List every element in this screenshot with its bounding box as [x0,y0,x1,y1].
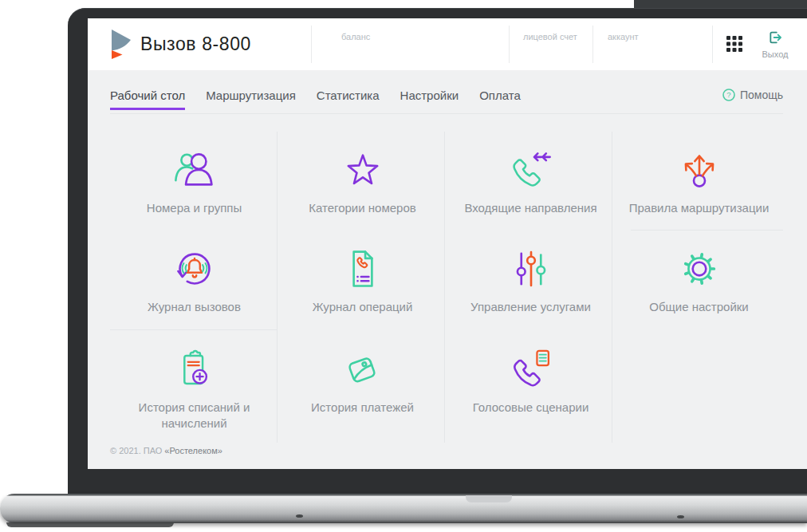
operations-log-icon [341,246,385,291]
header-divider [592,26,593,63]
personal-account-label: лицевой счет [523,32,577,41]
tab-desktop[interactable]: Рабочий стол [110,89,185,110]
users-icon [172,148,217,192]
laptop-base-screw [296,514,303,518]
copyright: © 2021. ПАО «Ростелеком» [110,446,222,455]
laptop-base-foot [6,522,174,527]
account-label: аккаунт [608,32,639,41]
tile-number-categories[interactable]: Категории номеров [278,132,447,231]
app-header: Вызов 8-800 баланс лицевой счет аккаунт [88,18,807,70]
grid-divider [277,132,278,443]
call-log-icon [172,246,217,291]
tile-incoming-directions[interactable]: Входящие направления [447,132,615,231]
grid-divider [110,329,277,330]
logout-button[interactable]: Выход [754,30,796,59]
help-label: Помощь [740,89,783,101]
voice-scenarios-icon [509,347,553,392]
copyright-prefix: © 2021. ПАО [110,446,164,455]
dashboard-grid: Номера и группы Категории номеров [110,132,783,443]
rostelecom-logo [110,29,132,59]
tile-operations-log[interactable]: Журнал операций [278,231,447,331]
grid-divider [612,132,612,443]
help-button[interactable]: ? Помощь [722,89,783,101]
header-divider [712,26,713,63]
tile-service-management[interactable]: Управление услугами [447,231,615,331]
svg-text:?: ? [726,90,730,99]
tab-payment[interactable]: Оплата [479,89,521,110]
laptop-mockup: Вызов 8-800 баланс лицевой счет аккаунт [0,0,807,532]
sliders-icon [509,246,553,291]
laptop-screen: Вызов 8-800 баланс лицевой счет аккаунт [88,18,807,469]
logout-icon [768,30,782,45]
tile-routing-rules[interactable]: Правила маршрутизации [615,132,783,231]
apps-grid-icon[interactable] [726,35,743,53]
copyright-company: «Ростелеком» [164,446,222,455]
gear-icon [677,246,722,291]
logout-label: Выход [754,49,796,59]
tile-charges-history[interactable]: История списаний и начислений [110,331,278,443]
star-icon [341,148,385,192]
laptop-base-screw [677,515,684,518]
routing-arrows-icon [677,148,722,192]
tile-empty [615,331,783,443]
question-circle-icon: ? [722,89,735,101]
tile-call-log[interactable]: Журнал вызовов [110,231,278,331]
tab-statistics[interactable]: Статистика [317,89,380,110]
header-divider [509,26,510,63]
nav-separator [110,113,783,114]
payments-history-icon [341,347,385,392]
laptop-latch-notch [466,495,512,502]
tile-voice-scenarios[interactable]: Голосовые сценарии [447,331,615,443]
incoming-call-icon [509,148,553,192]
tile-numbers-groups[interactable]: Номера и группы [110,132,278,231]
laptop-base [0,494,807,523]
grid-divider [444,132,445,443]
app-title: Вызов 8-800 [140,33,251,55]
header-divider [311,26,312,63]
grid-divider [631,230,783,231]
tab-settings[interactable]: Настройки [400,89,459,110]
tile-general-settings[interactable]: Общие настройки [615,231,783,331]
tab-routing[interactable]: Маршрутизация [206,89,296,110]
tile-payments-history[interactable]: История платежей [278,331,447,443]
nav-tabs: Рабочий стол Маршрутизация Статистика На… [110,89,521,110]
charges-history-icon [172,347,217,392]
balance-label: баланс [341,32,370,41]
